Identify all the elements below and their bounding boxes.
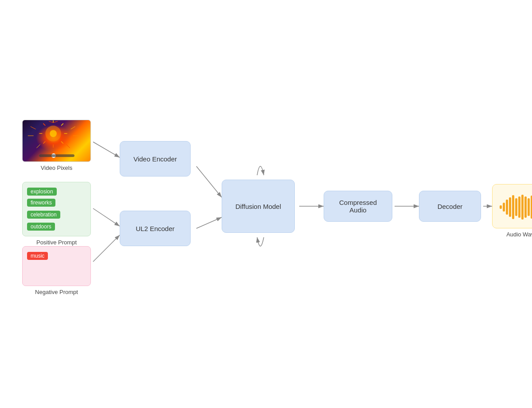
svg-line-23 — [31, 126, 36, 129]
decoder-box: Decoder — [419, 191, 481, 222]
svg-rect-28 — [503, 203, 505, 212]
svg-line-18 — [61, 141, 63, 144]
negative-tags-row: music — [27, 251, 86, 261]
waveform-svg — [499, 193, 532, 220]
svg-line-5 — [196, 217, 222, 228]
diffusion-model-label: Diffusion Model — [235, 203, 281, 210]
tag-fireworks: fireworks — [27, 199, 55, 207]
video-thumbnail-block: Video Pixels — [22, 120, 91, 171]
decoder-block: Decoder — [419, 191, 481, 222]
svg-line-21 — [71, 126, 75, 129]
tag-explosion: explosion — [27, 188, 57, 196]
svg-rect-34 — [521, 195, 524, 220]
positive-prompt-box: explosion fireworks celebration outdoors — [22, 182, 91, 236]
tag-outdoors: outdoors — [27, 223, 55, 231]
svg-line-25 — [37, 145, 40, 148]
svg-line-2 — [93, 208, 120, 226]
svg-line-3 — [93, 235, 120, 262]
decoder-label: Decoder — [438, 203, 463, 210]
svg-line-15 — [43, 123, 45, 126]
compressed-audio-label: Compressed Audio — [339, 199, 377, 214]
tag-celebration: celebration — [27, 211, 60, 219]
svg-line-20 — [53, 121, 58, 122]
positive-tags-row: explosion fireworks — [27, 187, 86, 208]
svg-rect-27 — [500, 205, 502, 209]
ul2-encoder-block: UL2 Encoder — [120, 211, 191, 246]
svg-rect-35 — [524, 196, 527, 218]
compressed-audio-block: Compressed Audio — [324, 191, 392, 222]
positive-prompt-block: explosion fireworks celebration outdoors… — [22, 182, 91, 246]
video-pixels-label: Video Pixels — [41, 165, 72, 171]
audio-waveform-label: Audio Waveform — [506, 231, 532, 238]
audio-waveform-block: Audio Waveform — [492, 184, 532, 238]
svg-rect-33 — [518, 196, 520, 218]
video-encoder-block: Video Encoder — [120, 141, 191, 177]
audio-waveform-box — [492, 184, 532, 228]
svg-line-17 — [43, 141, 45, 144]
pipeline-diagram: Video Pixels explosion fireworks celebra… — [22, 89, 510, 319]
svg-line-19 — [49, 121, 53, 122]
video-encoder-label: Video Encoder — [133, 155, 177, 163]
svg-line-1 — [93, 142, 120, 157]
positive-prompt-label: Positive Prompt — [36, 239, 77, 246]
diagram-container: Video Pixels explosion fireworks celebra… — [0, 0, 532, 408]
svg-rect-31 — [512, 195, 514, 219]
video-encoder-box: Video Encoder — [120, 141, 191, 177]
negative-prompt-block: music Negative Prompt — [22, 246, 91, 295]
svg-rect-32 — [515, 198, 517, 216]
svg-rect-36 — [528, 198, 530, 216]
video-thumbnail — [22, 120, 91, 162]
diffusion-model-block: Diffusion Model — [222, 180, 295, 233]
negative-prompt-label: Negative Prompt — [35, 289, 78, 295]
svg-line-26 — [66, 145, 70, 148]
svg-rect-29 — [506, 200, 508, 215]
svg-rect-30 — [509, 197, 511, 217]
diffusion-model-box: Diffusion Model — [222, 180, 295, 233]
tag-music: music — [27, 252, 48, 260]
ul2-encoder-box: UL2 Encoder — [120, 211, 191, 246]
compressed-audio-box: Compressed Audio — [324, 191, 392, 222]
positive-tags-row-2: celebration — [27, 210, 86, 220]
positive-tags-row-3: outdoors — [27, 222, 86, 231]
ul2-encoder-label: UL2 Encoder — [136, 225, 175, 232]
negative-prompt-box: music — [22, 246, 91, 286]
svg-line-4 — [196, 166, 222, 197]
svg-line-16 — [61, 123, 63, 126]
svg-point-10 — [50, 130, 57, 137]
